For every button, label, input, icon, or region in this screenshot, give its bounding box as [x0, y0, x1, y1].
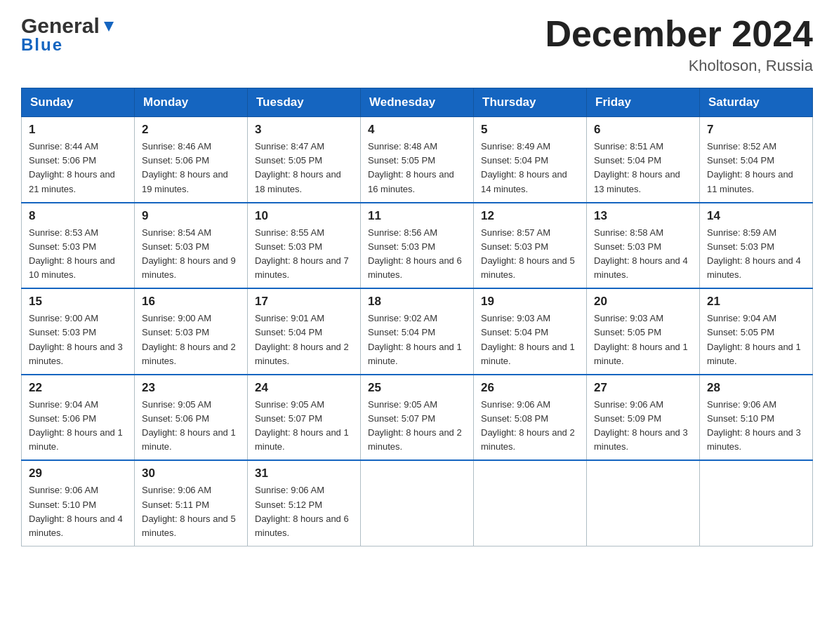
calendar-cell: 29 Sunrise: 9:06 AM Sunset: 5:10 PM Dayl…	[22, 460, 135, 546]
calendar-cell: 22 Sunrise: 9:04 AM Sunset: 5:06 PM Dayl…	[22, 375, 135, 461]
calendar-week-4: 22 Sunrise: 9:04 AM Sunset: 5:06 PM Dayl…	[22, 375, 813, 461]
calendar-cell: 25 Sunrise: 9:05 AM Sunset: 5:07 PM Dayl…	[361, 375, 474, 461]
calendar-cell	[587, 460, 700, 546]
header-sunday: Sunday	[22, 88, 135, 117]
day-number: 19	[481, 295, 579, 309]
calendar-week-5: 29 Sunrise: 9:06 AM Sunset: 5:10 PM Dayl…	[22, 460, 813, 546]
day-info: Sunrise: 9:06 AM Sunset: 5:08 PM Dayligh…	[481, 398, 579, 455]
day-number: 8	[29, 209, 127, 223]
calendar-cell: 2 Sunrise: 8:46 AM Sunset: 5:06 PM Dayli…	[135, 117, 248, 203]
day-number: 16	[142, 295, 240, 309]
day-number: 10	[255, 209, 353, 223]
day-info: Sunrise: 9:00 AM Sunset: 5:03 PM Dayligh…	[29, 311, 127, 368]
day-number: 23	[142, 381, 240, 395]
day-info: Sunrise: 8:51 AM Sunset: 5:04 PM Dayligh…	[594, 140, 692, 196]
calendar-cell: 23 Sunrise: 9:05 AM Sunset: 5:06 PM Dayl…	[135, 375, 248, 461]
calendar-cell: 20 Sunrise: 9:03 AM Sunset: 5:05 PM Dayl…	[587, 288, 700, 375]
day-number: 6	[594, 123, 692, 137]
calendar-cell: 12 Sunrise: 8:57 AM Sunset: 5:03 PM Dayl…	[474, 203, 587, 289]
day-number: 1	[29, 123, 127, 137]
day-number: 9	[142, 209, 240, 223]
day-number: 22	[29, 381, 127, 395]
day-number: 4	[368, 123, 466, 137]
calendar-cell: 31 Sunrise: 9:06 AM Sunset: 5:12 PM Dayl…	[248, 460, 361, 546]
day-number: 29	[29, 467, 127, 481]
calendar-cell: 17 Sunrise: 9:01 AM Sunset: 5:04 PM Dayl…	[248, 288, 361, 375]
day-info: Sunrise: 9:06 AM Sunset: 5:10 PM Dayligh…	[707, 398, 805, 455]
logo-triangle-icon	[101, 19, 117, 34]
logo-general-text: General	[21, 14, 100, 38]
day-number: 17	[255, 295, 353, 309]
day-info: Sunrise: 9:04 AM Sunset: 5:05 PM Dayligh…	[707, 311, 805, 368]
title-area: December 2024 Kholtoson, Russia	[545, 14, 813, 75]
day-number: 13	[594, 209, 692, 223]
day-info: Sunrise: 9:03 AM Sunset: 5:04 PM Dayligh…	[481, 311, 579, 368]
calendar-cell	[361, 460, 474, 546]
day-info: Sunrise: 8:46 AM Sunset: 5:06 PM Dayligh…	[142, 140, 240, 196]
logo: General Blue	[21, 14, 117, 55]
header-tuesday: Tuesday	[248, 88, 361, 117]
day-number: 24	[255, 381, 353, 395]
day-info: Sunrise: 9:04 AM Sunset: 5:06 PM Dayligh…	[29, 398, 127, 455]
calendar-cell: 28 Sunrise: 9:06 AM Sunset: 5:10 PM Dayl…	[700, 375, 813, 461]
calendar-cell: 4 Sunrise: 8:48 AM Sunset: 5:05 PM Dayli…	[361, 117, 474, 203]
day-info: Sunrise: 9:06 AM Sunset: 5:11 PM Dayligh…	[142, 483, 240, 540]
day-number: 25	[368, 381, 466, 395]
calendar-cell: 9 Sunrise: 8:54 AM Sunset: 5:03 PM Dayli…	[135, 203, 248, 289]
day-number: 12	[481, 209, 579, 223]
day-info: Sunrise: 8:57 AM Sunset: 5:03 PM Dayligh…	[481, 226, 579, 283]
day-info: Sunrise: 8:56 AM Sunset: 5:03 PM Dayligh…	[368, 226, 466, 283]
header-wednesday: Wednesday	[361, 88, 474, 117]
day-info: Sunrise: 8:49 AM Sunset: 5:04 PM Dayligh…	[481, 140, 579, 196]
day-info: Sunrise: 9:01 AM Sunset: 5:04 PM Dayligh…	[255, 311, 353, 368]
calendar-body: 1 Sunrise: 8:44 AM Sunset: 5:06 PM Dayli…	[22, 117, 813, 546]
calendar-cell: 21 Sunrise: 9:04 AM Sunset: 5:05 PM Dayl…	[700, 288, 813, 375]
calendar-cell: 27 Sunrise: 9:06 AM Sunset: 5:09 PM Dayl…	[587, 375, 700, 461]
calendar-cell: 15 Sunrise: 9:00 AM Sunset: 5:03 PM Dayl…	[22, 288, 135, 375]
calendar-week-1: 1 Sunrise: 8:44 AM Sunset: 5:06 PM Dayli…	[22, 117, 813, 203]
calendar-cell: 16 Sunrise: 9:00 AM Sunset: 5:03 PM Dayl…	[135, 288, 248, 375]
calendar-cell: 10 Sunrise: 8:55 AM Sunset: 5:03 PM Dayl…	[248, 203, 361, 289]
day-number: 18	[368, 295, 466, 309]
day-info: Sunrise: 8:59 AM Sunset: 5:03 PM Dayligh…	[707, 226, 805, 283]
calendar-cell: 18 Sunrise: 9:02 AM Sunset: 5:04 PM Dayl…	[361, 288, 474, 375]
day-info: Sunrise: 8:52 AM Sunset: 5:04 PM Dayligh…	[707, 140, 805, 196]
calendar-week-3: 15 Sunrise: 9:00 AM Sunset: 5:03 PM Dayl…	[22, 288, 813, 375]
day-info: Sunrise: 9:06 AM Sunset: 5:10 PM Dayligh…	[29, 483, 127, 540]
day-info: Sunrise: 9:05 AM Sunset: 5:07 PM Dayligh…	[368, 398, 466, 455]
day-info: Sunrise: 9:03 AM Sunset: 5:05 PM Dayligh…	[594, 311, 692, 368]
calendar-table: Sunday Monday Tuesday Wednesday Thursday…	[21, 88, 813, 546]
day-info: Sunrise: 8:58 AM Sunset: 5:03 PM Dayligh…	[594, 226, 692, 283]
header-thursday: Thursday	[474, 88, 587, 117]
day-info: Sunrise: 9:00 AM Sunset: 5:03 PM Dayligh…	[142, 311, 240, 368]
day-number: 26	[481, 381, 579, 395]
day-number: 31	[255, 467, 353, 481]
day-info: Sunrise: 9:02 AM Sunset: 5:04 PM Dayligh…	[368, 311, 466, 368]
calendar-cell: 19 Sunrise: 9:03 AM Sunset: 5:04 PM Dayl…	[474, 288, 587, 375]
calendar-cell: 8 Sunrise: 8:53 AM Sunset: 5:03 PM Dayli…	[22, 203, 135, 289]
calendar-week-2: 8 Sunrise: 8:53 AM Sunset: 5:03 PM Dayli…	[22, 203, 813, 289]
page-title: December 2024	[545, 14, 813, 54]
day-number: 27	[594, 381, 692, 395]
calendar-cell	[700, 460, 813, 546]
day-info: Sunrise: 9:05 AM Sunset: 5:07 PM Dayligh…	[255, 398, 353, 455]
calendar-cell: 1 Sunrise: 8:44 AM Sunset: 5:06 PM Dayli…	[22, 117, 135, 203]
header-row: Sunday Monday Tuesday Wednesday Thursday…	[22, 88, 813, 117]
calendar-cell: 6 Sunrise: 8:51 AM Sunset: 5:04 PM Dayli…	[587, 117, 700, 203]
day-number: 7	[707, 123, 805, 137]
svg-marker-0	[104, 22, 114, 32]
day-info: Sunrise: 8:44 AM Sunset: 5:06 PM Dayligh…	[29, 140, 127, 196]
logo-blue-text: Blue	[21, 35, 63, 55]
day-number: 5	[481, 123, 579, 137]
day-number: 30	[142, 467, 240, 481]
day-info: Sunrise: 9:06 AM Sunset: 5:12 PM Dayligh…	[255, 483, 353, 540]
calendar-cell: 30 Sunrise: 9:06 AM Sunset: 5:11 PM Dayl…	[135, 460, 248, 546]
calendar-cell: 24 Sunrise: 9:05 AM Sunset: 5:07 PM Dayl…	[248, 375, 361, 461]
calendar-cell: 11 Sunrise: 8:56 AM Sunset: 5:03 PM Dayl…	[361, 203, 474, 289]
day-number: 11	[368, 209, 466, 223]
page-header: General Blue December 2024 Kholtoson, Ru…	[21, 14, 813, 75]
calendar-cell: 14 Sunrise: 8:59 AM Sunset: 5:03 PM Dayl…	[700, 203, 813, 289]
day-number: 2	[142, 123, 240, 137]
header-saturday: Saturday	[700, 88, 813, 117]
day-info: Sunrise: 8:55 AM Sunset: 5:03 PM Dayligh…	[255, 226, 353, 283]
